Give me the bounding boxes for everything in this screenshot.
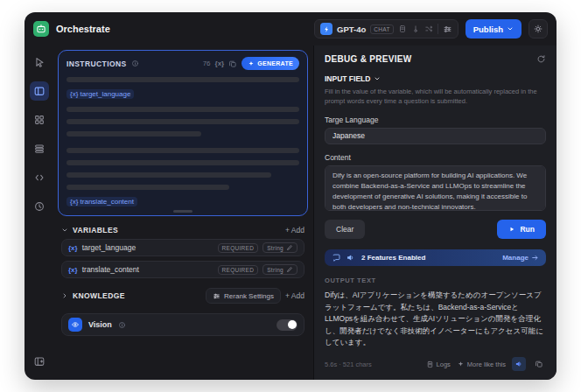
sliders-icon — [213, 292, 220, 300]
edit-pencil-icon — [286, 244, 293, 251]
rail-apps-grid-icon[interactable] — [30, 110, 49, 130]
more-like-this-button[interactable]: More like this — [457, 360, 506, 368]
rail-pointer-icon[interactable] — [30, 52, 49, 72]
type-badge[interactable]: String — [262, 264, 298, 275]
document-icon — [426, 360, 434, 368]
char-count: 76 — [203, 60, 211, 67]
chevron-down-icon — [61, 227, 68, 234]
variable-row[interactable]: {x} target_language REQUIRED String — [61, 239, 304, 256]
page-title: Orchestrate — [56, 24, 110, 34]
app-logo-icon[interactable] — [33, 21, 49, 37]
skeleton-line — [66, 119, 299, 124]
play-icon — [508, 226, 515, 233]
logs-button[interactable]: Logs — [426, 360, 451, 368]
debug-header: DEBUG & PREVIEW — [325, 54, 546, 64]
vision-toggle[interactable] — [276, 319, 298, 331]
variable-name: translate_content — [82, 265, 139, 274]
rail-logs-history-icon[interactable] — [30, 197, 49, 216]
arrow-right-icon — [531, 254, 539, 262]
app-window: Orchestrate GPT-4o CHAT Publish — [24, 12, 556, 380]
manage-features-button[interactable]: Manage — [502, 254, 539, 262]
speaker-icon — [514, 360, 523, 368]
body-row: INSTRUCTIONS 76 {x} GENERATE — [24, 46, 556, 380]
doc-mini-icon[interactable] — [398, 24, 407, 33]
variables-title: VARIABLES — [73, 226, 118, 234]
feature-chat-icon — [332, 253, 341, 262]
prompt-token-translate-content[interactable]: {x} translate_content — [66, 197, 137, 206]
instructions-header: INSTRUCTIONS 76 {x} GENERATE — [66, 57, 299, 70]
instructions-card[interactable]: INSTRUCTIONS 76 {x} GENERATE — [58, 50, 308, 216]
instructions-title: INSTRUCTIONS — [66, 60, 127, 68]
skeleton-line — [66, 160, 299, 165]
add-variable-button[interactable]: + Add — [285, 226, 304, 234]
generate-button[interactable]: GENERATE — [242, 57, 299, 70]
rerank-settings-button[interactable]: Rerank Settings — [206, 288, 281, 304]
content-textarea[interactable]: Dify is an open-source platform for buil… — [325, 165, 546, 211]
edit-pencil-icon — [286, 266, 293, 273]
info-icon — [118, 321, 126, 329]
copy-icon — [535, 360, 543, 368]
copy-output-button[interactable] — [532, 357, 546, 371]
model-provider-icon — [320, 23, 332, 35]
rail-orchestrate-icon[interactable] — [30, 81, 49, 101]
add-knowledge-button[interactable]: + Add — [285, 291, 304, 300]
chevron-down-icon — [374, 75, 381, 82]
speaker-button[interactable] — [512, 357, 526, 371]
input-field-toggle[interactable]: INPUT FIELD — [325, 74, 546, 83]
rail-dataset-icon[interactable] — [30, 139, 49, 158]
skeleton-line — [66, 172, 271, 178]
chevron-down-icon — [507, 25, 514, 32]
rail-collapse-panel-icon[interactable] — [30, 352, 49, 371]
model-params-icon[interactable] — [443, 24, 452, 34]
output-stats: 5.6s · 521 chars — [325, 360, 372, 368]
vision-eye-icon — [68, 318, 82, 332]
required-badge: REQUIRED — [218, 243, 259, 253]
publish-label: Publish — [473, 24, 503, 34]
generate-label: GENERATE — [257, 60, 293, 66]
features-enabled-text: 2 Features Enabled — [361, 254, 425, 262]
skeleton-line — [66, 148, 299, 153]
vision-label: Vision — [88, 320, 112, 329]
debug-title: DEBUG & PREVIEW — [325, 54, 412, 64]
refresh-icon[interactable] — [536, 54, 546, 64]
output-footer: 5.6s · 521 chars Logs More like this — [325, 357, 546, 371]
vision-row: Vision — [61, 313, 304, 336]
temperature-mini-icon[interactable] — [411, 24, 420, 33]
feature-speaker-icon — [346, 253, 355, 262]
required-badge: REQUIRED — [218, 265, 259, 275]
variables-header[interactable]: VARIABLES + Add — [61, 226, 304, 234]
chevron-right-icon — [61, 292, 68, 299]
output-section: OUTPUT TEXT Difyは、AIアプリケーションを構築するためのオープン… — [325, 276, 546, 371]
publish-button[interactable]: Publish — [466, 19, 522, 38]
model-name: GPT-4o — [337, 24, 366, 34]
output-text: Difyは、AIアプリケーションを構築するためのオープンソースプラットフォームで… — [325, 290, 546, 349]
clear-button[interactable]: Clear — [325, 220, 365, 239]
copy-icon[interactable] — [228, 60, 237, 68]
knowledge-header[interactable]: KNOWLEDGE Rerank Settings + Add — [61, 288, 304, 304]
skeleton-line — [66, 131, 201, 136]
output-title: OUTPUT TEXT — [325, 276, 546, 284]
debug-panel: DEBUG & PREVIEW INPUT FIELD Fill in the … — [313, 46, 556, 380]
run-button[interactable]: Run — [497, 220, 546, 239]
shuffle-mini-icon[interactable] — [424, 24, 433, 33]
top-header: Orchestrate GPT-4o CHAT Publish — [24, 12, 556, 46]
run-button-row: Clear Run — [325, 220, 546, 239]
model-selector[interactable]: GPT-4o CHAT — [314, 19, 458, 38]
prompt-token-target-language[interactable]: {x} target_language — [66, 89, 134, 99]
prompt-column: INSTRUCTIONS 76 {x} GENERATE — [54, 46, 313, 380]
settings-button[interactable] — [528, 19, 548, 38]
features-bar: 2 Features Enabled Manage — [325, 249, 546, 266]
target-language-input[interactable] — [325, 128, 546, 144]
target-language-label: Targe Language — [325, 116, 546, 124]
sparkle-icon — [457, 360, 465, 368]
resize-handle[interactable] — [173, 210, 192, 213]
rail-api-icon[interactable] — [30, 168, 49, 187]
pill-divider — [438, 24, 438, 34]
variable-name: target_language — [82, 243, 136, 252]
knowledge-title: KNOWLEDGE — [73, 291, 125, 300]
left-rail — [24, 46, 54, 380]
insert-variable-icon[interactable]: {x} — [215, 60, 225, 67]
info-icon — [131, 60, 139, 67]
type-badge[interactable]: String — [262, 242, 298, 253]
variable-row[interactable]: {x} translate_content REQUIRED String — [61, 261, 304, 278]
